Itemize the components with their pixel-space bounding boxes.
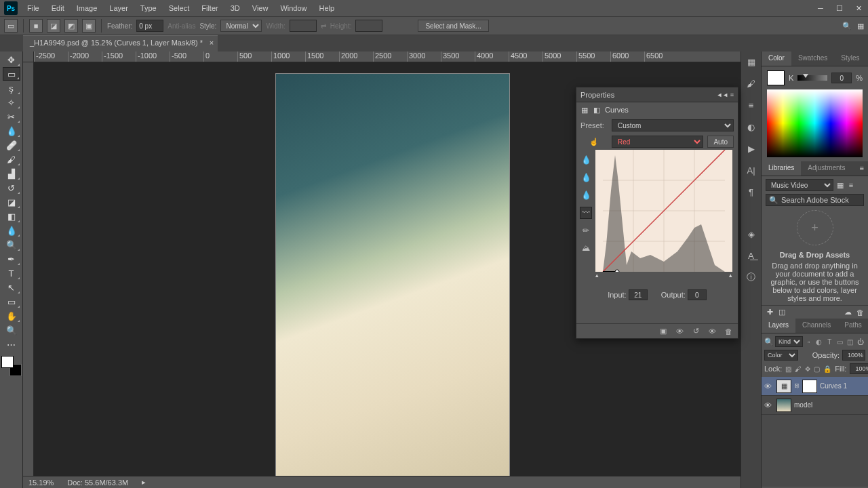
eyedropper-tool[interactable]: 💧 (3, 124, 20, 138)
window-close-icon[interactable]: ✕ (849, 1, 868, 15)
properties-panel[interactable]: Properties ◄◄ ≡ ▦ ◧ Curves Preset: Custo… (576, 87, 738, 339)
zoom-level[interactable]: 15.19% (28, 479, 54, 487)
tab-layers[interactable]: Layers (762, 319, 795, 333)
window-minimize-icon[interactable]: ─ (811, 1, 830, 15)
menu-select[interactable]: Select (163, 1, 195, 15)
layers-icon[interactable]: ≡ (744, 98, 759, 113)
workspace-icon[interactable]: ▦ (857, 22, 864, 30)
style-select[interactable]: Normal (220, 20, 262, 32)
trash-icon[interactable]: 🗑 (856, 308, 864, 317)
selection-subtract-icon[interactable]: ◩ (64, 19, 78, 33)
marquee-tool[interactable]: ▭ (3, 67, 20, 81)
type-tool[interactable]: T (3, 266, 20, 280)
menu-filter[interactable]: Filter (196, 1, 223, 15)
selection-new-icon[interactable]: ■ (29, 19, 43, 33)
feather-input[interactable] (136, 20, 163, 32)
pencil-icon[interactable]: ✏ (580, 224, 592, 237)
tab-channels[interactable]: Channels (795, 319, 837, 333)
menu-window[interactable]: Window (275, 1, 312, 15)
adjustment-thumb[interactable]: ▦ (776, 380, 791, 393)
lock-all-icon[interactable]: 🔒 (823, 364, 831, 374)
hand-icon[interactable]: ☝ (580, 138, 608, 146)
character-icon[interactable]: A| (744, 163, 759, 178)
lasso-tool[interactable]: ş (3, 81, 20, 95)
blur-tool[interactable]: 💧 (3, 224, 20, 237)
pen-tool[interactable]: ✒ (3, 252, 20, 266)
current-color-swatch[interactable] (767, 70, 785, 85)
k-slider[interactable] (797, 75, 827, 81)
reset-icon[interactable]: ↺ (690, 326, 701, 337)
tab-libraries[interactable]: Libraries (762, 161, 801, 176)
selection-intersect-icon[interactable]: ▣ (82, 19, 96, 33)
library-dropzone[interactable]: + Drag & Drop Assets Drag and drop anyth… (766, 210, 864, 302)
crop-tool[interactable]: ✂ (3, 110, 20, 123)
filter-kind-select[interactable]: Kind (775, 336, 803, 347)
ruler-origin[interactable] (23, 52, 34, 62)
panel-menu-icon[interactable]: ≡ (856, 161, 868, 176)
close-icon[interactable]: × (210, 39, 214, 47)
search-icon[interactable]: 🔍 (842, 22, 852, 30)
chevron-right-icon[interactable]: ▸ (142, 478, 146, 487)
foreground-swatch[interactable] (1, 356, 14, 368)
move-tool[interactable]: ✥ (3, 53, 20, 66)
lock-transparency-icon[interactable]: ▨ (785, 364, 791, 374)
curves-graph[interactable]: ▴ ▴ (595, 150, 732, 285)
lock-artboard-icon[interactable]: ▢ (814, 364, 820, 374)
menu-image[interactable]: Image (71, 1, 103, 15)
trash-icon[interactable]: 🗑 (723, 326, 734, 337)
info-icon[interactable]: ⓘ (744, 270, 759, 285)
doc-info[interactable]: Doc: 55.6M/63.3M (67, 479, 128, 487)
visibility-icon[interactable]: 👁 (764, 382, 774, 390)
collapse-icon[interactable]: ◄◄ ≡ (716, 92, 734, 98)
menu-edit[interactable]: Edit (46, 1, 70, 15)
layer-name[interactable]: model (794, 401, 812, 409)
layer-row[interactable]: 👁 ▦ ⛓ Curves 1 (762, 377, 868, 396)
k-value[interactable] (831, 73, 852, 83)
history-icon[interactable]: ▦ (744, 54, 759, 69)
menu-layer[interactable]: Layer (104, 1, 134, 15)
zoom-tool[interactable]: 🔍 (3, 323, 20, 337)
lock-brush-icon[interactable]: 🖌 (795, 364, 802, 374)
white-point-slider[interactable]: ▴ (729, 272, 732, 279)
gray-eyedropper-icon[interactable]: 💧 (580, 171, 592, 184)
healing-tool[interactable]: 🩹 (3, 138, 20, 152)
glyphs-icon[interactable]: A͟ (744, 248, 759, 263)
shape-tool[interactable]: ▭ (3, 295, 20, 308)
layer-thumb[interactable] (776, 399, 791, 412)
toggle-visibility-icon[interactable]: 👁 (707, 326, 717, 337)
menu-file[interactable]: File (22, 1, 45, 15)
selection-add-icon[interactable]: ◪ (47, 19, 60, 33)
fill-input[interactable] (850, 363, 868, 374)
path-select-tool[interactable]: ↖ (3, 281, 20, 294)
auto-button[interactable]: Auto (707, 136, 734, 148)
filter-adjust-icon[interactable]: ◐ (814, 337, 823, 347)
tab-adjustments[interactable]: Adjustments (801, 161, 852, 176)
mask-icon[interactable]: ◧ (593, 106, 601, 114)
tab-color[interactable]: Color (762, 52, 791, 66)
filter-smart-icon[interactable]: ◫ (846, 337, 854, 347)
document-image[interactable] (275, 73, 510, 480)
color-swatch-tool[interactable] (1, 356, 22, 376)
gradient-tool[interactable]: ◧ (3, 209, 20, 223)
hand-tool[interactable]: ✋ (3, 309, 20, 323)
color-spectrum[interactable] (767, 89, 863, 157)
navigator-icon[interactable]: ◈ (744, 226, 759, 241)
stamp-tool[interactable]: ▟ (3, 167, 20, 180)
clip-icon[interactable]: ▣ (658, 326, 669, 337)
filter-toggle-icon[interactable]: ⏻ (856, 337, 865, 347)
filter-shape-icon[interactable]: ▭ (835, 337, 844, 347)
ruler-vertical[interactable] (23, 62, 34, 488)
document-tab[interactable]: _H1A9949.psd @ 15.2% (Curves 1, Layer Ma… (23, 35, 218, 52)
eraser-tool[interactable]: ◪ (3, 195, 20, 209)
library-search[interactable]: 🔍 Search Adobe Stock (766, 194, 864, 206)
actions-icon[interactable]: ▶ (744, 141, 759, 156)
white-eyedropper-icon[interactable]: 💧 (580, 154, 592, 166)
ruler-horizontal[interactable]: -2500-2000-1500-1000-5000500100015002000… (34, 52, 741, 62)
dodge-tool[interactable]: 🔍 (3, 238, 20, 251)
menu-help[interactable]: Help (314, 1, 340, 15)
edit-toolbar[interactable]: ⋯ (3, 338, 20, 351)
black-point-slider[interactable]: ▴ (595, 272, 599, 279)
window-maximize-icon[interactable]: ☐ (830, 1, 849, 15)
curve-point-icon[interactable]: 〰 (580, 207, 592, 219)
menu-type[interactable]: Type (135, 1, 162, 15)
